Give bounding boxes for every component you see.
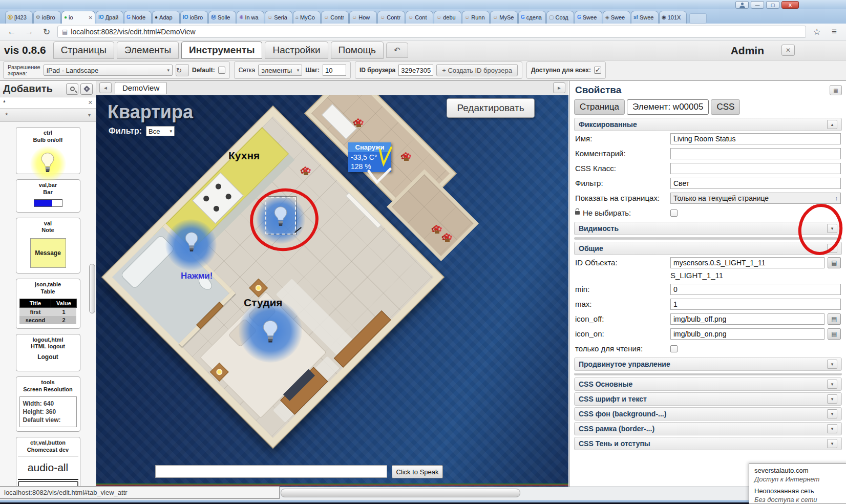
comment-input[interactable]	[670, 148, 841, 159]
new-tab-button[interactable]	[689, 13, 707, 24]
undo-icon[interactable]: ↶	[386, 43, 408, 58]
step-input[interactable]	[323, 65, 346, 76]
collapse-up-icon[interactable]: ▴	[827, 244, 837, 253]
widget-selection-box[interactable]	[265, 197, 296, 235]
browser-tab[interactable]: ☺Cont	[406, 11, 433, 24]
filter-input[interactable]	[670, 178, 841, 189]
network-popup[interactable]: severstalauto.com Доступ к Интернет Неоп…	[749, 464, 846, 504]
edit-button[interactable]: Редактировать	[447, 98, 535, 118]
min-input[interactable]	[670, 284, 841, 295]
panel-collapse-icon[interactable]: ▸	[553, 82, 565, 93]
collapse-down-icon[interactable]: ▾	[827, 409, 837, 418]
widget-group-header[interactable]: * ▾	[0, 109, 96, 122]
section-css-shadow[interactable]: CSS Тень и отступы▾	[574, 437, 842, 450]
tab-pages[interactable]: Страницы	[53, 41, 114, 59]
studio-bulb-icon[interactable]	[262, 320, 279, 343]
press-label[interactable]: Нажми!	[181, 271, 213, 281]
browser-tab[interactable]: ☺Seria	[265, 11, 292, 24]
collapse-down-icon[interactable]: ▾	[827, 424, 837, 433]
name-input[interactable]	[670, 133, 841, 144]
section-visibility[interactable]: Видимость ▾	[574, 222, 842, 235]
widget-filter-input[interactable]: * ✕	[0, 97, 96, 109]
browser-tab[interactable]: ❋In wa	[237, 11, 264, 24]
canvas-filter-select[interactable]: Все▾	[146, 126, 175, 136]
widget-chromecast[interactable]: ctr,val,button Chomecast dev audio-all C…	[16, 437, 80, 487]
default-checkbox[interactable]	[218, 67, 225, 74]
address-bar[interactable]: ▤ localhost:8082/vis/edit.html#DemoView	[57, 26, 806, 38]
browser-tab[interactable]: ▢Созд	[546, 11, 574, 24]
browse-icon[interactable]: ▤	[828, 328, 841, 340]
browser-tab[interactable]: Gсдела	[518, 11, 546, 24]
browser-id-input[interactable]	[398, 65, 433, 76]
browser-tab[interactable]: ☺How	[349, 11, 377, 24]
browser-tab[interactable]: ☺Runn	[462, 11, 490, 24]
widget-bulb-onoff[interactable]: ctrl Bulb on/off	[16, 127, 80, 174]
section-css-background[interactable]: CSS фон (background-...)▾	[574, 407, 842, 421]
maximize-button[interactable]: ▢	[766, 1, 779, 9]
section-css-main[interactable]: CSS Основные▾	[574, 377, 842, 391]
view-canvas[interactable]: ✿ ✿ ✿ ✿ ✿ Кухня Студия Нажми! Снаружи -3…	[96, 95, 568, 487]
speak-input[interactable]	[155, 465, 387, 478]
props-tab-page[interactable]: Страница	[574, 99, 625, 115]
browser-tab[interactable]: IOДрай	[96, 11, 123, 24]
browser-tab[interactable]: ⌂MyCo	[293, 11, 321, 24]
widget-logout[interactable]: logout,html HTML logout Logout	[16, 334, 80, 372]
section-fixed[interactable]: Фиксированные ▴	[574, 118, 842, 131]
outside-weather-widget[interactable]: Снаружи -33,5 C° 128 %	[348, 142, 391, 172]
section-css-border[interactable]: CSS рамка (border-...)▾	[574, 422, 842, 435]
tab-close-icon[interactable]: ✕	[89, 15, 93, 20]
collapse-down-icon[interactable]: ▾	[827, 439, 837, 448]
browser-tab[interactable]: ☺debu	[434, 11, 461, 24]
browser-tab[interactable]: sfSwee	[631, 11, 659, 24]
menu-icon[interactable]: ≡	[828, 27, 841, 37]
view-tab-demoview[interactable]: DemoView	[115, 82, 167, 94]
max-input[interactable]	[670, 299, 841, 310]
tab-settings[interactable]: Настройки	[265, 41, 328, 59]
browser-tab[interactable]: ⚙ioBro	[33, 11, 61, 24]
browser-tab[interactable]: ☺Contr	[377, 11, 405, 24]
browser-tab[interactable]: ◈Swee	[603, 11, 630, 24]
views-prev-icon[interactable]: ◂	[99, 82, 112, 93]
grid-select[interactable]: элементы▾	[258, 65, 302, 76]
browser-tab[interactable]: ◉101X	[659, 11, 687, 24]
object-id-input[interactable]	[670, 257, 824, 268]
collapse-down-icon[interactable]: ▾	[827, 360, 837, 369]
admin-close-icon[interactable]: ✕	[781, 45, 795, 56]
browser-tab[interactable]: ☺MySe	[490, 11, 518, 24]
select-object-icon[interactable]: ▤	[828, 257, 841, 268]
section-advanced[interactable]: Продвинутое управление ▾	[574, 358, 842, 371]
tab-elements[interactable]: Элементы	[117, 41, 179, 59]
browser-tab[interactable]: GNode	[124, 11, 152, 24]
browser-tab[interactable]: Ⓑ[l423	[5, 11, 33, 24]
clear-filter-icon[interactable]: ✕	[88, 99, 93, 106]
back-icon[interactable]: ←	[5, 27, 18, 37]
forward-icon[interactable]: →	[23, 27, 36, 37]
browser-tab[interactable]: IOioBro	[180, 11, 208, 24]
props-tab-element[interactable]: Элемент: w00005	[627, 99, 709, 115]
collapse-down-icon[interactable]: ▾	[827, 380, 837, 389]
browser-tab[interactable]: ●Adap	[152, 11, 180, 24]
browser-tab[interactable]: GSwee	[575, 11, 602, 24]
close-button[interactable]: X	[781, 1, 799, 9]
sidebar-scrollbar[interactable]	[89, 264, 95, 313]
widget-table[interactable]: json,table Table TitleValue first1 secon…	[16, 279, 80, 329]
css-class-input[interactable]	[670, 163, 841, 174]
section-common[interactable]: Общие ▴	[574, 242, 842, 255]
tag-icon[interactable]	[80, 83, 93, 95]
bookmark-star-icon[interactable]: ☆	[810, 27, 823, 37]
props-tab-css[interactable]: CSS	[711, 99, 740, 115]
browse-icon[interactable]: ▤	[828, 313, 841, 325]
tab-help[interactable]: Помощь	[331, 41, 384, 59]
show-on-pages-select[interactable]: Только на текущей странице↕	[670, 193, 841, 204]
resolution-select[interactable]: iPad - Landscape▾	[44, 65, 173, 76]
browser-tab-active[interactable]: ●io✕	[61, 11, 95, 24]
bathroom-bulb-icon[interactable]	[184, 232, 199, 252]
icon-on-input[interactable]	[670, 328, 824, 340]
browser-tab[interactable]: ☺Contr	[321, 11, 349, 24]
collapse-up-icon[interactable]: ▴	[827, 120, 837, 129]
profile-icon[interactable]	[735, 1, 749, 9]
tab-tools[interactable]: Инструменты	[181, 41, 262, 59]
speak-button[interactable]: Click to Speak	[392, 465, 443, 478]
collapse-down-icon[interactable]: ▾	[827, 224, 837, 233]
widget-screen-resolution[interactable]: tools Screen Resolution Width: 640 Heigh…	[16, 376, 80, 432]
